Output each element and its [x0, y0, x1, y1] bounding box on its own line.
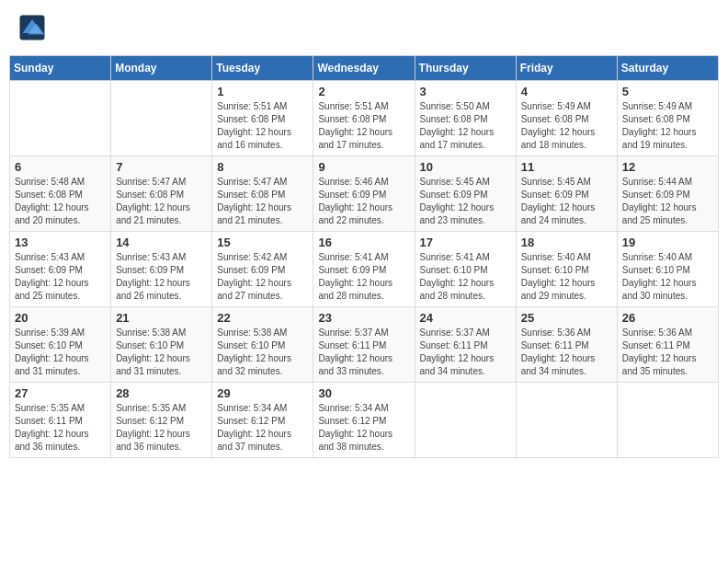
day-cell: 14Sunrise: 5:43 AM Sunset: 6:09 PM Dayli…	[111, 232, 212, 307]
day-cell: 13Sunrise: 5:43 AM Sunset: 6:09 PM Dayli…	[10, 232, 111, 307]
day-info: Sunrise: 5:49 AM Sunset: 6:08 PM Dayligh…	[622, 100, 713, 152]
day-info: Sunrise: 5:40 AM Sunset: 6:10 PM Dayligh…	[622, 251, 713, 303]
day-cell: 7Sunrise: 5:47 AM Sunset: 6:08 PM Daylig…	[111, 156, 212, 232]
day-info: Sunrise: 5:45 AM Sunset: 6:09 PM Dayligh…	[521, 176, 612, 227]
day-cell: 9Sunrise: 5:46 AM Sunset: 6:09 PM Daylig…	[313, 156, 415, 232]
day-info: Sunrise: 5:34 AM Sunset: 6:12 PM Dayligh…	[217, 402, 308, 454]
day-cell	[617, 383, 718, 458]
day-info: Sunrise: 5:50 AM Sunset: 6:08 PM Dayligh…	[420, 100, 511, 152]
day-info: Sunrise: 5:43 AM Sunset: 6:09 PM Dayligh…	[116, 251, 207, 303]
day-cell: 8Sunrise: 5:47 AM Sunset: 6:08 PM Daylig…	[212, 156, 313, 232]
day-number: 28	[116, 386, 207, 400]
day-number: 23	[318, 311, 409, 325]
day-cell: 25Sunrise: 5:36 AM Sunset: 6:11 PM Dayli…	[516, 307, 617, 383]
day-cell: 5Sunrise: 5:49 AM Sunset: 6:08 PM Daylig…	[617, 81, 718, 156]
page-header	[9, 9, 719, 46]
day-info: Sunrise: 5:51 AM Sunset: 6:08 PM Dayligh…	[217, 100, 308, 152]
day-info: Sunrise: 5:48 AM Sunset: 6:08 PM Dayligh…	[15, 176, 106, 227]
day-info: Sunrise: 5:43 AM Sunset: 6:09 PM Dayligh…	[15, 251, 106, 303]
day-number: 4	[521, 85, 612, 98]
day-number: 2	[318, 85, 409, 98]
day-number: 12	[622, 160, 713, 174]
day-info: Sunrise: 5:42 AM Sunset: 6:09 PM Dayligh…	[217, 251, 308, 303]
calendar-body: 1Sunrise: 5:51 AM Sunset: 6:08 PM Daylig…	[10, 81, 719, 458]
weekday-header-wednesday: Wednesday	[313, 56, 415, 81]
day-info: Sunrise: 5:41 AM Sunset: 6:10 PM Dayligh…	[420, 251, 511, 303]
day-number: 3	[420, 85, 511, 98]
week-row-2: 6Sunrise: 5:48 AM Sunset: 6:08 PM Daylig…	[10, 156, 719, 232]
day-number: 26	[622, 311, 713, 325]
day-info: Sunrise: 5:41 AM Sunset: 6:09 PM Dayligh…	[318, 251, 409, 303]
day-info: Sunrise: 5:35 AM Sunset: 6:11 PM Dayligh…	[15, 402, 106, 454]
day-number: 29	[217, 386, 308, 400]
week-row-4: 20Sunrise: 5:39 AM Sunset: 6:10 PM Dayli…	[10, 307, 719, 383]
weekday-header-monday: Monday	[111, 56, 212, 81]
day-number: 20	[15, 311, 106, 325]
day-cell: 19Sunrise: 5:40 AM Sunset: 6:10 PM Dayli…	[617, 232, 718, 307]
day-number: 10	[420, 160, 511, 174]
day-cell: 28Sunrise: 5:35 AM Sunset: 6:12 PM Dayli…	[111, 383, 212, 458]
day-number: 27	[15, 386, 106, 400]
day-cell: 17Sunrise: 5:41 AM Sunset: 6:10 PM Dayli…	[415, 232, 516, 307]
day-number: 21	[116, 311, 207, 325]
day-cell	[10, 81, 111, 156]
day-info: Sunrise: 5:38 AM Sunset: 6:10 PM Dayligh…	[217, 327, 308, 378]
day-cell: 3Sunrise: 5:50 AM Sunset: 6:08 PM Daylig…	[415, 81, 516, 156]
day-cell: 2Sunrise: 5:51 AM Sunset: 6:08 PM Daylig…	[313, 81, 415, 156]
day-info: Sunrise: 5:37 AM Sunset: 6:11 PM Dayligh…	[318, 327, 409, 378]
day-number: 14	[116, 236, 207, 249]
day-number: 6	[15, 160, 106, 174]
day-cell	[516, 383, 617, 458]
weekday-header-sunday: Sunday	[10, 56, 111, 81]
weekday-header-friday: Friday	[516, 56, 617, 81]
day-number: 11	[521, 160, 612, 174]
day-info: Sunrise: 5:34 AM Sunset: 6:12 PM Dayligh…	[318, 402, 409, 454]
day-cell: 26Sunrise: 5:36 AM Sunset: 6:11 PM Dayli…	[617, 307, 718, 383]
day-info: Sunrise: 5:36 AM Sunset: 6:11 PM Dayligh…	[521, 327, 612, 378]
day-number: 16	[318, 236, 409, 249]
day-cell: 22Sunrise: 5:38 AM Sunset: 6:10 PM Dayli…	[212, 307, 313, 383]
day-number: 1	[217, 85, 308, 98]
logo	[18, 14, 50, 41]
day-info: Sunrise: 5:46 AM Sunset: 6:09 PM Dayligh…	[318, 176, 409, 227]
day-cell: 29Sunrise: 5:34 AM Sunset: 6:12 PM Dayli…	[212, 383, 313, 458]
week-row-1: 1Sunrise: 5:51 AM Sunset: 6:08 PM Daylig…	[10, 81, 719, 156]
day-number: 30	[318, 386, 409, 400]
day-cell: 10Sunrise: 5:45 AM Sunset: 6:09 PM Dayli…	[415, 156, 516, 232]
day-cell: 20Sunrise: 5:39 AM Sunset: 6:10 PM Dayli…	[10, 307, 111, 383]
day-info: Sunrise: 5:51 AM Sunset: 6:08 PM Dayligh…	[318, 100, 409, 152]
day-number: 9	[318, 160, 409, 174]
day-info: Sunrise: 5:36 AM Sunset: 6:11 PM Dayligh…	[622, 327, 713, 378]
weekday-header-tuesday: Tuesday	[212, 56, 313, 81]
day-info: Sunrise: 5:35 AM Sunset: 6:12 PM Dayligh…	[116, 402, 207, 454]
day-cell	[111, 81, 212, 156]
day-number: 8	[217, 160, 308, 174]
day-info: Sunrise: 5:40 AM Sunset: 6:10 PM Dayligh…	[521, 251, 612, 303]
day-cell: 4Sunrise: 5:49 AM Sunset: 6:08 PM Daylig…	[516, 81, 617, 156]
weekday-header-saturday: Saturday	[617, 56, 718, 81]
day-number: 7	[116, 160, 207, 174]
week-row-3: 13Sunrise: 5:43 AM Sunset: 6:09 PM Dayli…	[10, 232, 719, 307]
day-info: Sunrise: 5:44 AM Sunset: 6:09 PM Dayligh…	[622, 176, 713, 227]
day-cell: 23Sunrise: 5:37 AM Sunset: 6:11 PM Dayli…	[313, 307, 415, 383]
day-number: 13	[15, 236, 106, 249]
week-row-5: 27Sunrise: 5:35 AM Sunset: 6:11 PM Dayli…	[10, 383, 719, 458]
day-cell: 6Sunrise: 5:48 AM Sunset: 6:08 PM Daylig…	[10, 156, 111, 232]
day-number: 19	[622, 236, 713, 249]
day-number: 17	[420, 236, 511, 249]
day-info: Sunrise: 5:47 AM Sunset: 6:08 PM Dayligh…	[217, 176, 308, 227]
weekday-header-thursday: Thursday	[415, 56, 516, 81]
day-number: 5	[622, 85, 713, 98]
day-cell: 27Sunrise: 5:35 AM Sunset: 6:11 PM Dayli…	[10, 383, 111, 458]
day-info: Sunrise: 5:39 AM Sunset: 6:10 PM Dayligh…	[15, 327, 106, 378]
weekday-header-row: SundayMondayTuesdayWednesdayThursdayFrid…	[10, 56, 719, 81]
day-cell: 12Sunrise: 5:44 AM Sunset: 6:09 PM Dayli…	[617, 156, 718, 232]
day-cell: 21Sunrise: 5:38 AM Sunset: 6:10 PM Dayli…	[111, 307, 212, 383]
day-info: Sunrise: 5:47 AM Sunset: 6:08 PM Dayligh…	[116, 176, 207, 227]
day-cell	[415, 383, 516, 458]
day-number: 22	[217, 311, 308, 325]
day-cell: 18Sunrise: 5:40 AM Sunset: 6:10 PM Dayli…	[516, 232, 617, 307]
day-cell: 1Sunrise: 5:51 AM Sunset: 6:08 PM Daylig…	[212, 81, 313, 156]
day-number: 15	[217, 236, 308, 249]
day-cell: 11Sunrise: 5:45 AM Sunset: 6:09 PM Dayli…	[516, 156, 617, 232]
